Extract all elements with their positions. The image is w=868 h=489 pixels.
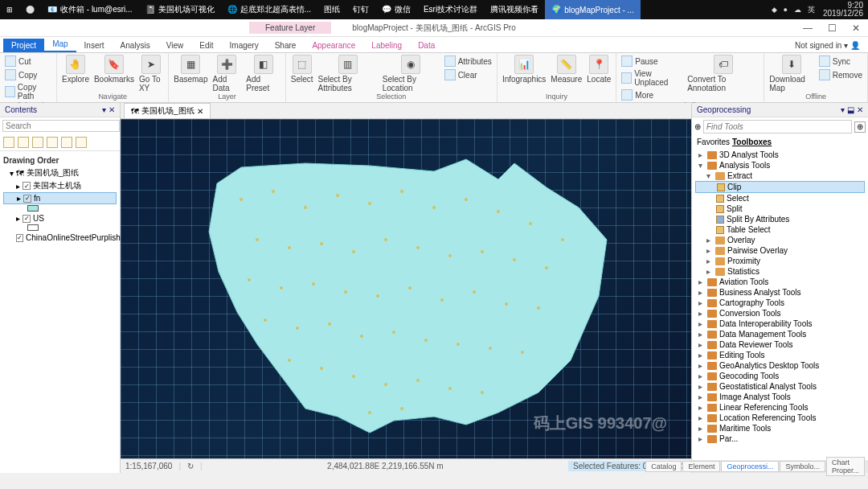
tool-table-select[interactable]: Table Select xyxy=(695,224,865,235)
appearance-tab[interactable]: Appearance xyxy=(304,39,363,52)
insert-tab[interactable]: Insert xyxy=(76,39,113,52)
share-tab[interactable]: Share xyxy=(267,39,305,52)
toolbox-node[interactable]: ▸Data Reviewer Tools xyxy=(695,339,865,350)
add-tool-button[interactable]: ⊕ xyxy=(854,121,866,133)
infographics-button[interactable]: 📊Infographics xyxy=(502,55,546,84)
explore-button[interactable]: 🤚Explore xyxy=(62,55,89,92)
remove-button[interactable]: Remove xyxy=(819,68,862,81)
edit-tab[interactable]: Edit xyxy=(191,39,221,52)
measure-button[interactable]: 📏Measure xyxy=(551,55,582,84)
map-view-tab[interactable]: 🗺 美国机场_图纸 ✕ xyxy=(124,103,211,118)
task-item[interactable]: 🌐起底郑北超高表情... xyxy=(221,0,317,19)
copy-button[interactable]: Copy xyxy=(5,68,51,81)
select-by-attributes-button[interactable]: ▥Select By Attributes xyxy=(318,55,378,92)
toolbox-node[interactable]: ▸Geocoding Tools xyxy=(695,371,865,381)
maximize-button[interactable]: ☐ xyxy=(820,23,844,34)
toolbox-node[interactable]: ▸Image Analyst Tools xyxy=(695,392,865,402)
bookmarks-button[interactable]: 🔖Bookmarks xyxy=(94,55,134,92)
task-item[interactable]: 📓美国机场可视化 xyxy=(139,0,221,19)
task-item-active[interactable]: 🌍blogMapProject - ... xyxy=(545,0,641,19)
toolset-node[interactable]: ▸Statistics xyxy=(695,266,865,277)
toolbox-node[interactable]: ▸Editing Tools xyxy=(695,350,865,360)
toolbox-node[interactable]: ▸Data Interoperability Tools xyxy=(695,318,865,329)
list-by-selection-icon[interactable] xyxy=(32,137,43,148)
add-data-button[interactable]: ➕Add Data xyxy=(213,55,242,92)
pause-button[interactable]: Pause xyxy=(621,55,682,68)
toc-layer-selected[interactable]: ▸ ✓ fn xyxy=(3,192,117,204)
symbol-swatch[interactable] xyxy=(27,205,39,212)
find-tools-input[interactable] xyxy=(703,120,852,134)
task-item[interactable]: 钉钉 xyxy=(346,0,375,19)
tool-split-by-attributes[interactable]: Split By Attributes xyxy=(695,214,865,224)
data-tab[interactable]: Data xyxy=(410,39,443,52)
back-icon[interactable]: ⊕ xyxy=(694,122,701,131)
more-button[interactable]: More xyxy=(621,88,682,101)
analysis-tab[interactable]: Analysis xyxy=(113,39,158,52)
toolset-node[interactable]: ▸Proximity xyxy=(695,256,865,266)
toc-basemap-layer[interactable]: ✓ ChinaOnlineStreetPurplishBlue xyxy=(3,232,117,243)
toolbox-node[interactable]: ▸Business Analyst Tools xyxy=(695,287,865,298)
clear-button[interactable]: Clear xyxy=(444,68,492,81)
catalog-tab[interactable]: Catalog xyxy=(645,461,682,472)
project-tab[interactable]: Project xyxy=(3,39,44,52)
toc-layer[interactable]: ▸ ✓ US xyxy=(3,213,117,224)
tray-icon[interactable]: ● xyxy=(780,6,791,14)
task-item[interactable]: 腾讯视频你看 xyxy=(484,0,545,19)
add-preset-button[interactable]: ◧Add Preset xyxy=(246,55,280,92)
toolbox-node[interactable]: ▸Geostatistical Analyst Tools xyxy=(695,381,865,392)
toolbox-node[interactable]: ▸Aviation Tools xyxy=(695,277,865,287)
toolbox-node[interactable]: ▸Maritime Tools xyxy=(695,423,865,434)
download-map-button[interactable]: ⬇Download Map xyxy=(769,55,813,92)
copy-path-button[interactable]: Copy Path xyxy=(5,82,51,101)
attributes-button[interactable]: Attributes xyxy=(444,55,492,68)
toolset-node[interactable]: ▸Overlay xyxy=(695,235,865,245)
map-tab[interactable]: Map xyxy=(44,37,76,52)
toolbox-node[interactable]: ▸Par... xyxy=(695,434,865,444)
symbol-swatch[interactable] xyxy=(27,224,39,231)
element-tab[interactable]: Element xyxy=(682,461,720,472)
tool-clip[interactable]: Clip xyxy=(695,181,865,193)
toolbox-node[interactable]: ▸Cartography Tools xyxy=(695,298,865,308)
pane-menu-icon[interactable]: ▾ ⬓ ✕ xyxy=(841,105,863,114)
scale-value[interactable]: 1:15,167,060 xyxy=(125,462,172,471)
task-item[interactable]: 图纸 xyxy=(317,0,346,19)
toc-map-frame[interactable]: ▾ 🗺 美国机场_图纸 xyxy=(3,166,117,179)
select-by-location-button[interactable]: ◉Select By Location xyxy=(383,55,440,92)
sign-in-link[interactable]: Not signed in ▾ 👤 xyxy=(787,39,868,52)
toolbox-node[interactable]: ▸Location Referencing Tools xyxy=(695,413,865,423)
list-by-drawing-order-icon[interactable] xyxy=(3,137,14,148)
task-item[interactable]: 📧收件箱 - lum@esri... xyxy=(41,0,139,19)
basemap-button[interactable]: ▦Basemap xyxy=(174,55,207,92)
close-pane-icon[interactable]: ▾ ✕ xyxy=(102,105,115,114)
start-button[interactable]: ⊞ xyxy=(0,0,19,19)
tool-select[interactable]: Select xyxy=(695,193,865,203)
toc-layer[interactable]: ▸ ✓ 美国本土机场 xyxy=(3,179,117,192)
list-by-labeling-icon[interactable] xyxy=(76,137,87,148)
rotation-icon[interactable]: ↻ xyxy=(187,462,194,471)
task-item[interactable]: Esri技术讨论群 xyxy=(417,0,484,19)
tool-split[interactable]: Split xyxy=(695,203,865,214)
toolbox-node[interactable]: ▸Conversion Tools xyxy=(695,308,865,318)
imagery-tab[interactable]: Imagery xyxy=(222,39,267,52)
close-button[interactable]: ✕ xyxy=(844,23,868,34)
selection-count[interactable]: Selected Features: 0 xyxy=(568,461,652,471)
cut-button[interactable]: Cut xyxy=(5,55,51,68)
geoprocessing-tab-bottom[interactable]: Geoprocessi... xyxy=(721,461,779,472)
toolbox-node[interactable]: ▸3D Analyst Tools xyxy=(695,150,865,160)
search-button[interactable]: ⚪ xyxy=(19,0,41,19)
toolbox-node[interactable]: ▸Data Management Tools xyxy=(695,329,865,339)
list-by-editing-icon[interactable] xyxy=(47,137,58,148)
toolbox-node[interactable]: ▸Linear Referencing Tools xyxy=(695,402,865,413)
convert-annotation-button[interactable]: 🏷Convert To Annotation xyxy=(687,55,759,101)
labeling-tab[interactable]: Labeling xyxy=(363,39,410,52)
toolset-node[interactable]: ▾Extract xyxy=(695,171,865,181)
task-item[interactable]: 💬微信 xyxy=(375,0,417,19)
map-canvas[interactable]: 码上GIS 993407@ xyxy=(121,119,691,458)
view-tab[interactable]: View xyxy=(158,39,192,52)
contents-search-input[interactable] xyxy=(2,120,120,132)
tray-icon[interactable]: ◆ xyxy=(768,6,780,14)
list-by-snapping-icon[interactable] xyxy=(61,137,72,148)
toolset-node[interactable]: ▸Pairwise Overlay xyxy=(695,245,865,256)
toolbox-node[interactable]: ▾Analysis Tools xyxy=(695,160,865,171)
ime-icon[interactable]: 英 xyxy=(805,5,818,15)
